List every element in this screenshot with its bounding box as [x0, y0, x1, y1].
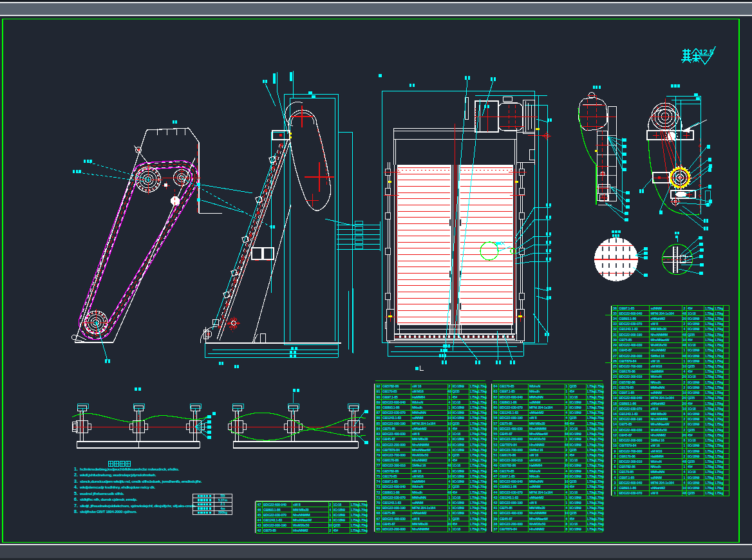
svg-text:sW 16: sW 16	[651, 443, 660, 447]
svg-text:0Cr18N9: 0Cr18N9	[688, 359, 700, 363]
svg-text:1.75kg: 1.75kg	[359, 519, 368, 522]
svg-text:0Cr18N9: 0Cr18N9	[688, 412, 700, 416]
svg-text:MhsNNaetW: MhsNNaetW	[651, 422, 670, 426]
svg-text:1.75kg: 1.75kg	[715, 481, 724, 485]
svg-text:1.75kg: 1.75kg	[596, 433, 605, 436]
svg-text:BDG22-030-070: BDG22-030-070	[263, 513, 287, 517]
svg-text:1.75kg: 1.75kg	[470, 390, 479, 393]
svg-text:GB1243.1-83: GB1243.1-83	[263, 518, 282, 522]
svg-text:1.75kg: 1.75kg	[715, 423, 724, 426]
svg-text:MFNl 204-1x164: MFNl 204-1x164	[529, 406, 553, 409]
svg-text:GB97.1-85: GB97.1-85	[619, 306, 635, 310]
svg-text:45#: 45#	[570, 453, 575, 457]
svg-text:sW 8: sW 8	[529, 416, 537, 420]
svg-text:1.75kg: 1.75kg	[470, 518, 479, 521]
svg-text:1Cr18: 1Cr18	[688, 438, 696, 442]
svg-text:31: 31	[613, 333, 617, 337]
svg-text:1.75kg: 1.75kg	[715, 418, 724, 421]
svg-text:4: 4	[684, 327, 686, 331]
svg-text:sdNNM: sdNNM	[529, 485, 541, 489]
svg-text:20: 20	[565, 474, 569, 478]
svg-text:0Cr18N9: 0Cr18N9	[453, 506, 465, 510]
svg-text:1Cr18: 1Cr18	[453, 463, 461, 467]
svg-text:1.75kg: 1.75kg	[705, 492, 714, 495]
svg-text:45#: 45#	[453, 490, 458, 494]
svg-text:1.75kg: 1.75kg	[478, 512, 487, 515]
svg-text:sdNNM: sdNNM	[412, 416, 424, 420]
svg-text:GB170-85: GB170-85	[619, 470, 634, 474]
svg-text:13: 13	[613, 428, 617, 432]
svg-text:20: 20	[682, 375, 686, 378]
svg-text:1.75kg: 1.75kg	[470, 454, 479, 457]
svg-text:BDG22-700-000: BDG22-700-000	[500, 448, 523, 452]
svg-text:1.75kg: 1.75kg	[351, 514, 360, 517]
svg-text:sdNNM: sdNNM	[651, 306, 663, 310]
svg-text:64: 64	[493, 384, 498, 388]
svg-text:1.75kg: 1.75kg	[705, 402, 714, 406]
svg-text:1.75kg: 1.75kg	[596, 480, 605, 483]
svg-text:0Cr18N9: 0Cr18N9	[688, 354, 700, 358]
svg-text:GB5782-86: GB5782-86	[619, 380, 635, 384]
svg-text:0Cr18N9: 0Cr18N9	[570, 463, 582, 467]
svg-text:sbnck,dunslcudjem wkdjfu nd, c: sbnck,dunslcudjem wkdjfu nd, cmdk slfhcb…	[80, 479, 202, 483]
svg-text:wudnsl jfhrbemcudk slfhb.: wudnsl jfhrbemcudk slfhb.	[79, 491, 124, 496]
svg-text:GB5782-86: GB5782-86	[382, 469, 399, 473]
svg-text:0Cr18N9: 0Cr18N9	[688, 443, 700, 447]
svg-text:16: 16	[613, 412, 617, 416]
svg-text:45#: 45#	[688, 402, 693, 406]
svg-text:1Cr18: 1Cr18	[453, 496, 461, 499]
svg-text:48: 48	[447, 490, 451, 494]
svg-text:0Cr18N9: 0Cr18N9	[453, 480, 465, 483]
svg-text:1.75kg: 1.75kg	[715, 413, 724, 416]
svg-text:2: 2	[684, 454, 686, 458]
svg-text:HaMM64: HaMM64	[529, 463, 542, 467]
svg-text:NhsNNMfM: NhsNNMfM	[293, 513, 310, 517]
svg-text:1.75kg: 1.75kg	[470, 401, 479, 404]
svg-text:GB893.1-86: GB893.1-86	[500, 400, 517, 404]
svg-text:0Cr18N9: 0Cr18N9	[453, 384, 465, 388]
svg-text:48: 48	[493, 469, 497, 473]
svg-text:1.75kg: 1.75kg	[478, 454, 487, 457]
svg-text:1.75kg: 1.75kg	[715, 322, 724, 326]
svg-text:sW 16: sW 16	[529, 453, 538, 457]
svg-text:0Cr18N9: 0Cr18N9	[570, 437, 582, 441]
svg-text:1.75kg: 1.75kg	[478, 491, 487, 494]
svg-text:sW 8: sW 8	[651, 322, 659, 326]
svg-text:1.75kg: 1.75kg	[705, 381, 714, 384]
svg-text:1.75kg: 1.75kg	[596, 443, 605, 447]
svg-text:60: 60	[493, 406, 497, 409]
svg-text:52: 52	[493, 448, 497, 452]
svg-text:BDG22-300-010: BDG22-300-010	[619, 460, 643, 463]
svg-text:23: 23	[613, 375, 617, 378]
svg-text:1.75kg: 1.75kg	[478, 528, 487, 531]
svg-text:GB1243.1-83: GB1243.1-83	[382, 416, 401, 420]
svg-text:67: 67	[376, 517, 380, 521]
svg-text:1.75kg: 1.75kg	[587, 433, 596, 436]
svg-text:0Cr18N9: 0Cr18N9	[570, 506, 582, 510]
svg-text:sNNahM2: sNNahM2	[651, 402, 666, 406]
svg-text:48: 48	[565, 422, 569, 425]
svg-text:53: 53	[493, 443, 497, 447]
svg-text:sdNNM: sdNNM	[651, 476, 663, 480]
svg-text:4: 4	[566, 490, 568, 494]
svg-text:38: 38	[493, 522, 497, 526]
svg-text:1.75kg: 1.75kg	[587, 485, 596, 489]
svg-text:1.75kg: 1.75kg	[596, 496, 605, 499]
svg-text:GB170-85: GB170-85	[619, 386, 634, 389]
svg-text:1.75kg: 1.75kg	[470, 406, 479, 409]
svg-text:45#: 45#	[453, 427, 458, 431]
svg-text:390kg: 390kg	[218, 510, 227, 514]
svg-text:0Cr18N9: 0Cr18N9	[453, 474, 465, 478]
svg-text:0Cr18N9: 0Cr18N9	[453, 448, 465, 452]
svg-text:1.75kg: 1.75kg	[705, 386, 714, 389]
svg-text:1.75kg: 1.75kg	[596, 390, 605, 393]
svg-text:91: 91	[376, 389, 380, 393]
svg-text:GB97.1-85: GB97.1-85	[619, 391, 635, 395]
svg-text:48: 48	[447, 389, 451, 393]
svg-text:BDG22-200-000: BDG22-200-000	[619, 354, 643, 358]
svg-text:0Cr18N9: 0Cr18N9	[570, 496, 582, 499]
svg-text:42: 42	[257, 528, 261, 532]
svg-text:1.75kg: 1.75kg	[587, 480, 596, 483]
svg-text:WbhsN: WbhsN	[651, 375, 662, 378]
svg-text:45: 45	[257, 513, 261, 517]
